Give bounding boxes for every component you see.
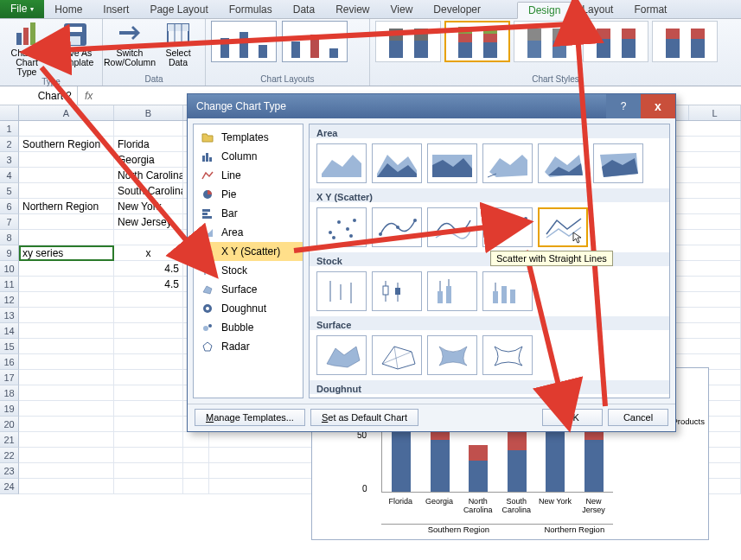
area-type-5[interactable] <box>538 143 588 183</box>
cell[interactable] <box>114 463 183 479</box>
sidebar-item-bar[interactable]: Bar <box>194 204 303 223</box>
cell[interactable] <box>114 401 183 417</box>
row-header[interactable]: 7 <box>0 214 19 230</box>
stock-type-1[interactable] <box>316 271 367 311</box>
chart-layout-thumb-1[interactable] <box>211 21 277 62</box>
sidebar-item-pie[interactable]: Pie <box>194 185 303 204</box>
row-header[interactable]: 2 <box>0 137 19 152</box>
col-header-L[interactable]: L <box>689 105 741 120</box>
stock-type-4[interactable] <box>482 271 533 311</box>
cell[interactable] <box>19 308 114 323</box>
cell[interactable] <box>19 479 114 494</box>
row-header[interactable]: 17 <box>0 370 19 385</box>
area-type-2[interactable] <box>372 143 422 183</box>
cell[interactable]: 4.5 <box>114 261 183 277</box>
cell[interactable] <box>114 417 183 432</box>
row-header[interactable]: 1 <box>0 121 19 137</box>
cell[interactable] <box>114 230 183 245</box>
sidebar-item-templates[interactable]: Templates <box>194 128 303 147</box>
col-header-B[interactable]: B <box>114 105 183 120</box>
row-header[interactable]: 20 <box>0 417 19 432</box>
area-type-3[interactable] <box>427 143 477 183</box>
row-header[interactable]: 19 <box>0 401 19 417</box>
row-header[interactable]: 22 <box>0 448 19 463</box>
chart-style-3[interactable] <box>514 21 579 62</box>
manage-templates-button[interactable]: Manage Templates... <box>195 409 305 426</box>
cell[interactable] <box>114 370 183 385</box>
name-box[interactable]: Chart 2 <box>0 86 78 105</box>
cell[interactable]: 4.5 <box>114 277 183 292</box>
surface-type-3[interactable] <box>427 335 477 375</box>
cell[interactable] <box>19 152 114 168</box>
area-type-6[interactable] <box>593 143 643 183</box>
row-header[interactable]: 15 <box>0 339 19 354</box>
cell[interactable] <box>19 354 114 370</box>
cell[interactable] <box>114 323 183 339</box>
tab-format[interactable]: Format <box>623 1 677 18</box>
dialog-close-button[interactable]: x <box>641 94 675 118</box>
cell[interactable]: Georgia <box>114 152 183 168</box>
cell[interactable]: Florida <box>114 137 183 152</box>
cell[interactable] <box>19 214 114 230</box>
chart-style-1[interactable] <box>375 21 441 62</box>
row-header[interactable]: 3 <box>0 152 19 168</box>
cell[interactable] <box>183 432 209 448</box>
cell[interactable] <box>19 417 114 432</box>
cell[interactable] <box>114 479 183 494</box>
row-header[interactable]: 4 <box>0 168 19 183</box>
switch-row-column-button[interactable]: Switch Row/Column <box>108 21 151 67</box>
cell[interactable] <box>19 401 114 417</box>
set-default-chart-button[interactable]: Set as Default Chart <box>310 409 418 426</box>
cell[interactable] <box>19 230 114 245</box>
row-header[interactable]: 13 <box>0 308 19 323</box>
surface-type-2[interactable] <box>372 335 422 375</box>
scatter-type-straight-markers[interactable] <box>482 207 533 247</box>
stock-type-3[interactable] <box>427 271 477 311</box>
stock-type-2[interactable] <box>372 271 422 311</box>
row-header[interactable]: 18 <box>0 385 19 401</box>
scatter-type-smooth[interactable] <box>427 207 477 247</box>
cell[interactable]: South Carolina <box>114 183 183 199</box>
sidebar-item-surface[interactable]: Surface <box>194 280 303 299</box>
sidebar-item-radar[interactable]: Radar <box>194 337 303 356</box>
row-header[interactable]: 9 <box>0 245 19 261</box>
col-header-A[interactable]: A <box>19 105 114 120</box>
row-header[interactable]: 5 <box>0 183 19 199</box>
select-data-button[interactable]: Select Data <box>157 21 200 67</box>
tab-review[interactable]: Review <box>325 1 380 18</box>
select-all-corner[interactable] <box>0 105 19 120</box>
row-header[interactable]: 21 <box>0 432 19 448</box>
row-header[interactable]: 14 <box>0 323 19 339</box>
row-header[interactable]: 6 <box>0 199 19 214</box>
cell[interactable] <box>19 323 114 339</box>
surface-type-1[interactable] <box>316 335 367 375</box>
row-header[interactable]: 23 <box>0 463 19 479</box>
cell[interactable] <box>19 261 114 277</box>
cell[interactable] <box>114 339 183 354</box>
tab-data[interactable]: Data <box>283 1 325 18</box>
row-header[interactable]: 10 <box>0 261 19 277</box>
dialog-help-button[interactable]: ? <box>606 94 641 118</box>
cell[interactable]: North Carolina <box>114 168 183 183</box>
cell[interactable] <box>114 292 183 308</box>
sidebar-item-bubble[interactable]: Bubble <box>194 318 303 337</box>
tab-layout[interactable]: Layout <box>572 1 623 18</box>
cell[interactable] <box>19 432 114 448</box>
sidebar-item-x-y-scatter-[interactable]: X Y (Scatter) <box>194 242 303 261</box>
cell[interactable]: Southern Region <box>19 137 114 152</box>
scatter-type-smooth-markers[interactable] <box>372 207 422 247</box>
cell[interactable] <box>183 448 209 463</box>
cell[interactable] <box>19 277 114 292</box>
cell[interactable] <box>114 385 183 401</box>
cell[interactable]: Northern Region <box>19 199 114 214</box>
cell[interactable] <box>114 121 183 137</box>
cell[interactable] <box>19 339 114 354</box>
row-header[interactable]: 11 <box>0 277 19 292</box>
change-chart-type-button[interactable]: Change Chart Type <box>5 21 48 77</box>
cell[interactable]: xy series <box>19 245 114 261</box>
chart-layout-thumb-2[interactable] <box>282 21 348 62</box>
cell[interactable] <box>183 463 209 479</box>
cell[interactable] <box>19 168 114 183</box>
cell[interactable] <box>19 463 114 479</box>
file-tab[interactable]: File <box>0 0 44 18</box>
